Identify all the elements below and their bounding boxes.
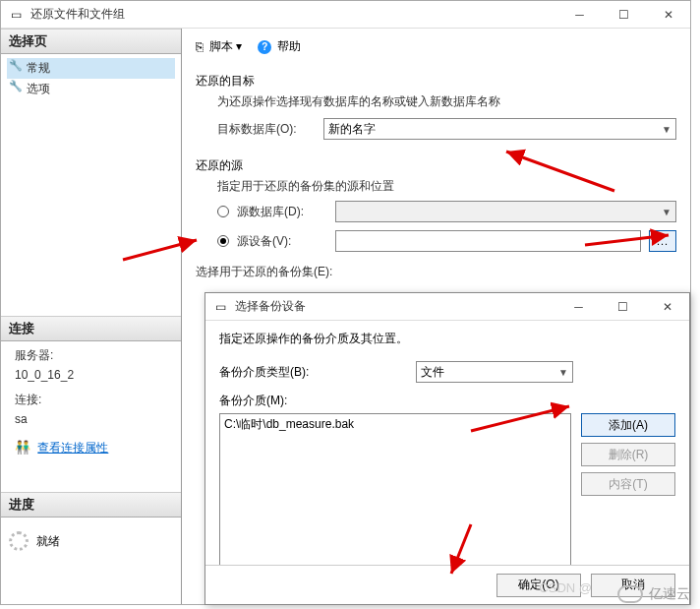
dest-db-combo[interactable]: 新的名字 ▼ — [323, 118, 676, 140]
sub-close-button[interactable]: ✕ — [645, 294, 689, 320]
connection-label: 连接: — [7, 390, 175, 410]
src-device-radio[interactable] — [217, 235, 229, 247]
sub-maximize-button[interactable]: ☐ — [601, 294, 645, 320]
server-value: 10_0_16_2 — [7, 366, 175, 384]
chevron-down-icon: ▼ — [662, 207, 671, 217]
app-icon: ▭ — [7, 9, 25, 21]
app-icon: ▭ — [211, 301, 229, 313]
minimize-button[interactable]: ─ — [557, 2, 602, 28]
media-type-label: 备份介质类型(B): — [219, 364, 406, 381]
browse-device-button[interactable]: ... — [649, 230, 676, 252]
sidebar-header-connection: 连接 — [1, 316, 181, 341]
list-item[interactable]: C:\临时\db_measure.bak — [224, 416, 566, 433]
script-icon: ⎘ — [196, 39, 204, 54]
help-link[interactable]: 帮助 — [277, 38, 301, 55]
add-button[interactable]: 添加(A) — [581, 413, 675, 437]
remove-button: 删除(R) — [581, 443, 675, 466]
chevron-down-icon: ▼ — [558, 367, 568, 378]
brand-watermark: 亿速云 — [617, 585, 690, 603]
src-section-sub: 指定用于还原的备份集的源和位置 — [217, 178, 676, 195]
dest-db-label: 目标数据库(O): — [217, 121, 316, 138]
content-button: 内容(T) — [581, 472, 675, 496]
progress-spinner-icon — [9, 531, 29, 551]
content-toolbar: ⎘ 脚本 ▾ ? 帮助 — [196, 38, 676, 63]
wrench-icon: 🔧 — [9, 80, 23, 92]
main-titlebar[interactable]: ▭ 还原文件和文件组 ─ ☐ ✕ — [1, 1, 690, 29]
view-connection-props-link[interactable]: 查看连接属性 — [37, 441, 108, 455]
select-backup-device-dialog: ▭ 选择备份设备 ─ ☐ ✕ 指定还原操作的备份介质及其位置。 备份介质类型(B… — [204, 292, 690, 605]
media-type-combo[interactable]: 文件 ▼ — [416, 361, 573, 383]
script-dropdown[interactable]: 脚本 ▾ — [209, 38, 242, 55]
server-label: 服务器: — [7, 345, 175, 366]
csdn-watermark: CSDN @ — [539, 580, 592, 595]
src-device-input[interactable] — [335, 230, 641, 252]
src-device-label: 源设备(V): — [237, 233, 327, 250]
close-button[interactable]: ✕ — [646, 2, 690, 28]
main-title: 还原文件和文件组 — [30, 6, 557, 23]
src-db-radio[interactable] — [217, 206, 229, 217]
media-label: 备份介质(M): — [219, 393, 675, 409]
connection-value: sa — [7, 410, 175, 428]
sub-instruction: 指定还原操作的备份介质及其位置。 — [219, 331, 675, 347]
dest-section-sub: 为还原操作选择现有数据库的名称或键入新数据库名称 — [217, 93, 676, 110]
cloud-icon — [617, 585, 643, 603]
wrench-icon: 🔧 — [9, 59, 23, 72]
media-listbox[interactable]: C:\临时\db_measure.bak — [219, 413, 571, 565]
maximize-button[interactable]: ☐ — [602, 2, 646, 28]
src-section-title: 还原的源 — [196, 157, 676, 174]
select-backup-sets-label: 选择用于还原的备份集(E): — [196, 264, 676, 280]
sidebar: 选择页 🔧常规 🔧选项 连接 服务器: 10_0_16_2 连接: sa 👬 查… — [1, 29, 182, 604]
sub-titlebar[interactable]: ▭ 选择备份设备 ─ ☐ ✕ — [205, 293, 689, 321]
connection-props-icon: 👬 — [15, 440, 30, 455]
sidebar-item-options[interactable]: 🔧选项 — [7, 79, 175, 99]
sidebar-header-progress: 进度 — [1, 492, 181, 518]
sub-title: 选择备份设备 — [235, 298, 556, 315]
src-db-label: 源数据库(D): — [237, 204, 327, 220]
sub-minimize-button[interactable]: ─ — [556, 294, 601, 320]
chevron-down-icon: ▼ — [662, 124, 671, 135]
sidebar-header-select-page: 选择页 — [1, 29, 181, 54]
src-db-combo: ▼ — [335, 201, 676, 222]
progress-status: 就绪 — [36, 533, 60, 550]
sidebar-item-general[interactable]: 🔧常规 — [7, 58, 175, 79]
dest-section-title: 还原的目标 — [196, 73, 676, 90]
help-icon: ? — [258, 40, 271, 54]
